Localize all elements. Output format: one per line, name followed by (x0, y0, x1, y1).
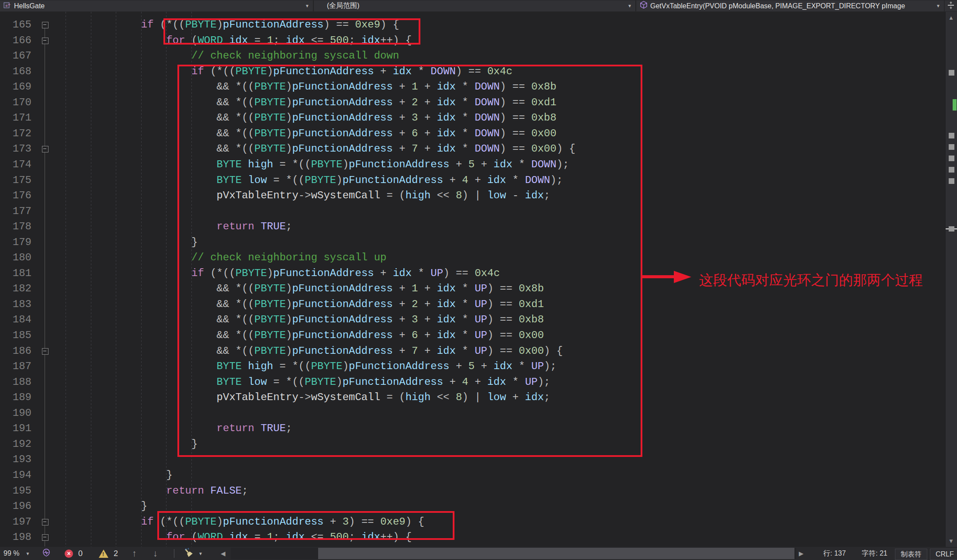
code-line[interactable]: 186&& *((PBYTE)pFunctionAddress + 7 + id… (0, 343, 945, 359)
collapse-region-toggle-icon[interactable] (42, 22, 49, 28)
code-line[interactable]: 170&& *((PBYTE)pFunctionAddress + 2 + id… (0, 95, 945, 111)
error-count-indicator[interactable]: × 0 (65, 547, 83, 560)
code-line[interactable]: 196} (0, 498, 945, 514)
error-count: 0 (78, 549, 83, 558)
warning-count-indicator[interactable]: 2 (99, 547, 118, 560)
scope-dropdown[interactable]: (全局范围) ▼ (314, 0, 635, 11)
scope-dropdown-label: (全局范围) (327, 1, 360, 10)
code-line[interactable]: 166for (WORD idx = 1; idx <= 500; idx++)… (0, 33, 945, 48)
line-number: 190 (0, 405, 31, 421)
collapse-region-toggle-icon[interactable] (42, 348, 49, 355)
horizontal-scrollbar-thumb[interactable] (318, 548, 794, 559)
scrollbar-annotation-mark (949, 156, 954, 161)
svg-text:+: + (187, 548, 189, 550)
line-number: 178 (0, 219, 31, 235)
line-number: 168 (0, 64, 31, 80)
code-line[interactable]: 167// check neighboring syscall down (0, 48, 945, 64)
statusbar-divider (174, 549, 174, 558)
code-line[interactable]: 183&& *((PBYTE)pFunctionAddress + 2 + id… (0, 297, 945, 312)
code-line[interactable]: 187BYTE high = *((PBYTE)pFunctionAddress… (0, 359, 945, 374)
chevron-down-icon: ▼ (25, 551, 30, 556)
split-window-button[interactable] (945, 0, 957, 11)
code-cleanup-button[interactable]: ++ ▼ (183, 547, 203, 560)
code-text: return TRUE; (217, 219, 292, 235)
code-line[interactable]: 191return TRUE; (0, 421, 945, 436)
line-ending-cell[interactable]: CRLF (930, 548, 957, 560)
zoom-level-control[interactable]: 99 % ▼ (3, 547, 30, 560)
up-arrow-icon: ↑ (132, 548, 137, 559)
line-number: 196 (0, 498, 31, 514)
line-number: 169 (0, 79, 31, 95)
code-line[interactable]: 197if (*((PBYTE)pFunctionAddress + 3) ==… (0, 514, 945, 530)
code-line[interactable]: 172&& *((PBYTE)pFunctionAddress + 6 + id… (0, 126, 945, 142)
code-line[interactable]: 193 (0, 452, 945, 467)
hscroll-right-arrow[interactable]: ▶ (799, 547, 804, 560)
code-line[interactable]: 169&& *((PBYTE)pFunctionAddress + 1 + id… (0, 79, 945, 95)
line-indicator: 行: 137 (823, 547, 846, 560)
scroll-up-arrow-icon[interactable]: ▲ (948, 14, 954, 21)
editor-navigation-bar: ++ HellsGate ▼ (全局范围) ▼ GetVxTableEntry(… (0, 0, 957, 12)
code-line[interactable]: 195return FALSE; (0, 483, 945, 499)
vertical-scrollbar[interactable]: ▲ ▼ (945, 12, 957, 547)
tabs-mode-cell[interactable]: 制表符 (895, 548, 927, 560)
code-line[interactable]: 174BYTE high = *((PBYTE)pFunctionAddress… (0, 157, 945, 173)
scrollbar-annotation-mark (949, 167, 954, 173)
code-health-indicator[interactable] (42, 547, 51, 560)
collapse-region-toggle-icon[interactable] (42, 519, 49, 525)
code-text: if (*((PBYTE)pFunctionAddress) == 0xe9) … (141, 17, 399, 33)
line-number: 166 (0, 33, 31, 48)
code-text: for (WORD idx = 1; idx <= 500; idx++) { (166, 33, 412, 48)
project-dropdown[interactable]: ++ HellsGate ▼ (0, 0, 313, 11)
code-line[interactable]: 171&& *((PBYTE)pFunctionAddress + 3 + id… (0, 110, 945, 126)
code-line[interactable]: 198for (WORD idx = 1; idx <= 500; idx++)… (0, 529, 945, 545)
code-text: && *((PBYTE)pFunctionAddress + 7 + idx *… (217, 141, 576, 157)
line-number: 195 (0, 483, 31, 499)
code-editor-area[interactable]: 165if (*((PBYTE)pFunctionAddress) == 0xe… (0, 12, 945, 547)
code-line[interactable]: 181if (*((PBYTE)pFunctionAddress + idx *… (0, 266, 945, 281)
code-line[interactable]: 194} (0, 467, 945, 483)
column-indicator-text: 字符: 21 (862, 549, 888, 558)
chevron-down-icon: ▼ (628, 3, 632, 8)
visual-studio-editor-window: ++ HellsGate ▼ (全局范围) ▼ GetVxTableEntry(… (0, 0, 957, 560)
code-line[interactable]: 190 (0, 405, 945, 421)
error-circle-icon: × (65, 550, 73, 558)
code-line[interactable]: 179} (0, 235, 945, 250)
code-line[interactable]: 177 (0, 204, 945, 219)
scrollbar-position-handle[interactable] (949, 226, 954, 232)
code-line[interactable]: 180// check neighboring syscall up (0, 250, 945, 266)
chevron-down-icon: ▼ (936, 3, 940, 8)
code-line[interactable]: 168if (*((PBYTE)pFunctionAddress + idx *… (0, 64, 945, 80)
member-dropdown[interactable]: GetVxTableEntry(PVOID pModuleBase, PIMAG… (636, 0, 944, 11)
member-dropdown-label: GetVxTableEntry(PVOID pModuleBase, PIMAG… (650, 2, 905, 10)
code-line[interactable]: 189pVxTableEntry->wSystemCall = (high <<… (0, 390, 945, 405)
code-line[interactable]: 192} (0, 436, 945, 452)
hscroll-left-arrow[interactable]: ◀ (221, 547, 225, 560)
line-number: 175 (0, 173, 31, 188)
code-text: BYTE low = *((PBYTE)pFunctionAddress + 4… (217, 173, 563, 188)
code-line[interactable]: 165if (*((PBYTE)pFunctionAddress) == 0xe… (0, 17, 945, 33)
code-line[interactable]: 188BYTE low = *((PBYTE)pFunctionAddress … (0, 374, 945, 390)
code-line[interactable]: 185&& *((PBYTE)pFunctionAddress + 6 + id… (0, 328, 945, 343)
code-line[interactable]: 182&& *((PBYTE)pFunctionAddress + 1 + id… (0, 281, 945, 297)
scroll-down-arrow-icon[interactable]: ▼ (948, 538, 954, 544)
code-line[interactable]: 176pVxTableEntry->wSystemCall = (high <<… (0, 188, 945, 204)
code-line[interactable]: 184&& *((PBYTE)pFunctionAddress + 3 + id… (0, 312, 945, 328)
line-number: 188 (0, 374, 31, 390)
editor-status-bar: 99 % ▼ × 0 2 ↑ ↓ ++ ▼ ◀ ▶ 行: 137 字 (0, 547, 957, 560)
line-number: 167 (0, 48, 31, 64)
code-text: } (166, 467, 172, 483)
code-line[interactable]: 173&& *((PBYTE)pFunctionAddress + 7 + id… (0, 141, 945, 157)
next-issue-button[interactable]: ↓ (153, 547, 158, 560)
code-text: && *((PBYTE)pFunctionAddress + 2 + idx *… (217, 297, 544, 312)
code-line[interactable]: 175BYTE low = *((PBYTE)pFunctionAddress … (0, 173, 945, 188)
previous-issue-button[interactable]: ↑ (132, 547, 137, 560)
code-cleanup-broom-icon: ++ (183, 548, 194, 559)
line-number: 173 (0, 141, 31, 157)
collapse-region-toggle-icon[interactable] (42, 146, 49, 152)
collapse-region-toggle-icon[interactable] (42, 38, 49, 44)
line-number: 193 (0, 452, 31, 467)
code-text: && *((PBYTE)pFunctionAddress + 2 + idx *… (217, 95, 557, 111)
line-number: 189 (0, 390, 31, 405)
code-line[interactable]: 178return TRUE; (0, 219, 945, 235)
collapse-region-toggle-icon[interactable] (42, 534, 49, 541)
